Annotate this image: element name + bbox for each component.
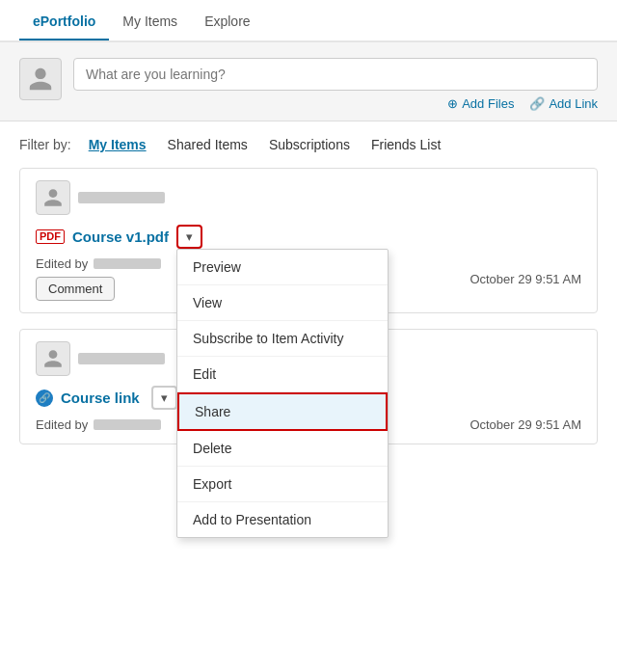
search-input[interactable] bbox=[73, 58, 598, 91]
item-owner-avatar bbox=[36, 180, 70, 215]
chevron-down-icon: ▾ bbox=[186, 229, 193, 244]
item-edited-info: Edited by Comment bbox=[36, 256, 161, 301]
top-navigation: ePortfolio My Items Explore bbox=[0, 0, 617, 42]
edited-by-row: Edited by bbox=[36, 417, 161, 432]
search-actions: ⊕ Add Files 🔗 Add Link bbox=[73, 96, 598, 111]
list-item: PDF Course v1.pdf ▾ Preview View Subscri… bbox=[19, 168, 598, 313]
dropdown-menu: Preview View Subscribe to Item Activity … bbox=[176, 249, 389, 538]
menu-item-preview[interactable]: Preview bbox=[177, 250, 388, 285]
filter-friends-list[interactable]: Friends List bbox=[363, 135, 448, 154]
person-icon bbox=[42, 348, 64, 369]
owner-name-blurred bbox=[78, 192, 165, 203]
item-date: October 29 9:51 AM bbox=[469, 417, 581, 432]
filter-bar: Filter by: My Items Shared Items Subscri… bbox=[0, 121, 617, 168]
search-area: ⊕ Add Files 🔗 Add Link bbox=[0, 42, 617, 121]
link-icon: 🔗 bbox=[36, 390, 53, 407]
add-files-link[interactable]: ⊕ Add Files bbox=[447, 96, 514, 111]
nav-explore[interactable]: Explore bbox=[191, 2, 263, 39]
dropdown-menu-inner: Preview View Subscribe to Item Activity … bbox=[177, 250, 388, 537]
add-files-icon: ⊕ bbox=[447, 96, 458, 111]
filter-my-items[interactable]: My Items bbox=[81, 135, 154, 154]
item-header bbox=[36, 180, 581, 215]
item-owner-avatar bbox=[36, 341, 70, 376]
dropdown-toggle-button[interactable]: ▾ bbox=[176, 225, 202, 249]
dropdown-toggle-button[interactable]: ▾ bbox=[151, 386, 177, 410]
filter-label: Filter by: bbox=[19, 137, 71, 152]
menu-item-export[interactable]: Export bbox=[177, 467, 388, 502]
menu-item-edit[interactable]: Edit bbox=[177, 357, 388, 392]
owner-name-blurred bbox=[78, 353, 165, 364]
user-avatar bbox=[19, 58, 62, 100]
edited-by-label: Edited by bbox=[36, 417, 88, 432]
chevron-down-icon: ▾ bbox=[161, 390, 168, 405]
item-title-link[interactable]: Course v1.pdf bbox=[72, 228, 169, 245]
menu-item-delete[interactable]: Delete bbox=[177, 431, 388, 467]
edited-by-row: Edited by bbox=[36, 256, 161, 271]
editor-name-blurred bbox=[94, 419, 161, 430]
pdf-file-icon: PDF bbox=[36, 229, 65, 244]
item-name-area: PDF Course v1.pdf ▾ Preview View Subscri… bbox=[36, 225, 581, 249]
person-icon bbox=[27, 66, 54, 93]
edited-by-label: Edited by bbox=[36, 256, 88, 271]
dropdown-container: ▾ Preview View Subscribe to Item Activit… bbox=[176, 225, 202, 249]
item-edited-info: Edited by bbox=[36, 417, 161, 432]
comment-button[interactable]: Comment bbox=[36, 277, 115, 301]
item-date: October 29 9:51 AM bbox=[469, 272, 581, 286]
nav-eportfolio[interactable]: ePortfolio bbox=[19, 2, 109, 40]
menu-item-subscribe[interactable]: Subscribe to Item Activity bbox=[177, 321, 388, 357]
menu-item-share[interactable]: Share bbox=[177, 392, 388, 431]
menu-item-view[interactable]: View bbox=[177, 285, 388, 321]
filter-shared-items[interactable]: Shared Items bbox=[160, 135, 255, 154]
menu-item-add-to-presentation[interactable]: Add to Presentation bbox=[177, 502, 388, 537]
add-link-icon: 🔗 bbox=[529, 96, 545, 111]
nav-my-items[interactable]: My Items bbox=[109, 2, 191, 39]
content-area: PDF Course v1.pdf ▾ Preview View Subscri… bbox=[0, 168, 617, 444]
editor-name-blurred bbox=[94, 258, 161, 269]
filter-subscriptions[interactable]: Subscriptions bbox=[261, 135, 358, 154]
person-icon bbox=[42, 187, 64, 208]
search-right-panel: ⊕ Add Files 🔗 Add Link bbox=[73, 58, 598, 111]
item-title-link[interactable]: Course link bbox=[61, 390, 140, 406]
add-link-link[interactable]: 🔗 Add Link bbox=[529, 96, 598, 111]
